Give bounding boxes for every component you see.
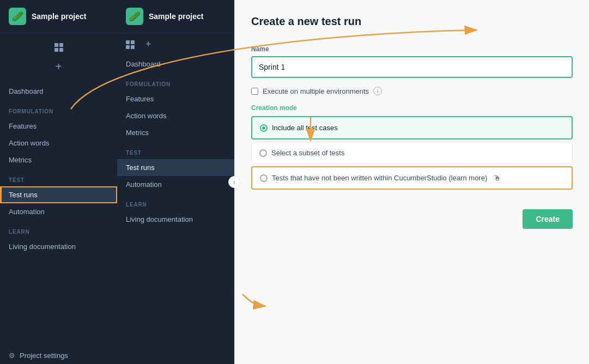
add-icon: + [56,60,62,73]
name-field-group: Name [251,45,573,78]
sidebar2-item-features[interactable]: Features [117,90,234,107]
sidebar2-item-metrics[interactable]: Metrics [117,124,234,141]
radio-dot-include-all [260,124,268,132]
sidebar-item-dashboard[interactable]: Dashboard [0,83,117,100]
create-panel-title: Create a new test run [251,15,573,28]
create-panel-footer: Create [235,201,589,238]
create-button[interactable]: Create [523,209,573,229]
sidebar-left: 🥒 Sample project + Dashboard FORMULATION… [0,0,117,364]
option-not-written[interactable]: Tests that have not been written within … [251,166,573,190]
sidebar2-add-icon[interactable]: + [145,39,151,50]
option-include-all-label: Include all test cases [272,124,338,132]
sidebar2-item-dashboard[interactable]: Dashboard [117,56,234,72]
sidebar2-item-action-words[interactable]: Action words [117,107,234,124]
sidebar2-section-learn: LEARN [117,193,234,211]
section-learn: LEARN [0,220,117,238]
sidebar-item-automation[interactable]: Automation [0,203,117,220]
creation-mode-label: Creation mode [251,104,573,112]
radio-dot-not-written [260,174,268,182]
multiple-environments-label: Execute on multiple environments [263,87,369,95]
sidebar2-nav-icons: + [117,33,234,56]
sidebar-item-features[interactable]: Features [0,118,117,135]
sidebar2-logo: 🥒 Sample project [117,0,234,33]
sidebar2: 🥒 Sample project + Dashboard FORMULATION… [117,0,234,364]
dashboard-icon-row[interactable] [0,39,117,56]
create-panel-header: Create a new test run [235,0,589,37]
section-test: TEST [0,168,117,186]
section-formulation: FORMULATION [0,100,117,118]
multiple-environments-checkbox[interactable] [251,88,258,95]
sidebar2-logo-icon: 🥒 [126,8,143,25]
sidebar1-logo: 🥒 Sample project [0,0,117,33]
collapse-sidebar-button[interactable]: ‹ [228,176,240,188]
overlay-panel: 🥒 Sample project + Dashboard FORMULATION… [117,0,589,364]
sidebar2-item-test-runs[interactable]: Test runs [117,159,234,176]
sidebar-item-metrics[interactable]: Metrics [0,151,117,168]
multiple-environments-row: Execute on multiple environments i [251,87,573,95]
info-icon: i [373,87,382,95]
sidebar2-project-name: Sample project [149,12,203,21]
option-include-all[interactable]: Include all test cases [251,116,573,139]
app-logo-icon: 🥒 [9,8,26,25]
sidebar-item-living-doc[interactable]: Living documentation [0,238,117,255]
sidebar2-item-living-doc[interactable]: Living documentation [117,211,234,228]
option-subset[interactable]: Select a subset of tests [251,142,573,164]
name-field-label: Name [251,45,573,53]
sidebar-item-project-settings[interactable]: ⚙ Project settings [0,347,117,364]
creation-mode-group: Creation mode Include all test cases Sel… [251,104,573,192]
radio-dot-subset [259,149,267,157]
plus-icon-row[interactable]: + [0,56,117,77]
create-panel-body: Name Execute on multiple environments i … [235,37,589,201]
sidebar-item-action-words[interactable]: Action words [0,135,117,151]
sidebar1-footer: ⚙ Project settings [0,347,117,364]
sidebar1-project-name: Sample project [32,12,86,21]
option-not-written-label: Tests that have not been written within … [272,174,487,182]
sidebar2-section-test: TEST [117,141,234,159]
sidebar2-item-automation[interactable]: Automation [117,176,234,193]
cursor-icon: 🖱 [494,174,501,182]
grid-icon [54,43,63,52]
sidebar-item-test-runs[interactable]: Test runs [0,186,117,203]
name-input[interactable] [251,56,573,78]
create-panel: Create a new test run Name Execute on mu… [234,0,589,364]
option-subset-label: Select a subset of tests [271,149,344,157]
sidebar2-section-formulation: FORMULATION [117,72,234,90]
sidebar2-grid-icon[interactable] [126,40,135,49]
